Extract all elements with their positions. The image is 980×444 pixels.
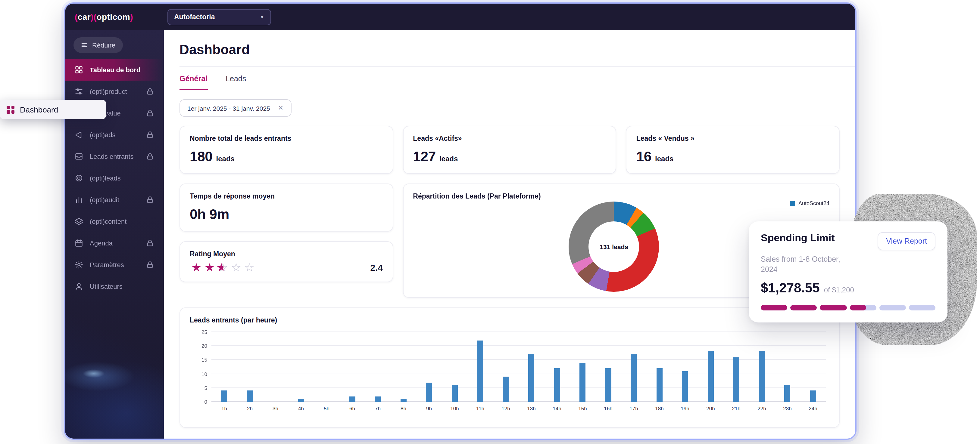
card-leads-vendus: Leads « Vendus » 16 leads xyxy=(626,126,840,174)
legend-item: AutoScout24 xyxy=(790,200,829,206)
lock-icon xyxy=(146,195,154,204)
left-column: Temps de réponse moyen 0h 9m Rating Moye… xyxy=(180,184,393,298)
sidebar-item-tableau-de-bord[interactable]: Tableau de bord xyxy=(65,59,164,81)
sidebar-item-label: (opti)leads xyxy=(90,174,121,182)
x-axis-label: 18h xyxy=(647,406,672,412)
sidebar-item-label: (opti)content xyxy=(90,218,126,225)
sidebar-item-leads-entrants[interactable]: Leads entrants xyxy=(65,146,164,167)
app-logo: (car)(opticom) xyxy=(75,12,164,22)
y-axis-tick: 5 xyxy=(205,385,207,391)
sidebar-item-utilisateurs[interactable]: Utilisateurs xyxy=(65,276,164,297)
sidebar-item-label: (opti)ads xyxy=(90,131,116,138)
bar-chart-title: Leads entrants (par heure) xyxy=(190,316,829,323)
view-report-button[interactable]: View Report xyxy=(878,232,935,250)
organization-select-value: Autofactoria xyxy=(174,13,215,21)
bars-row xyxy=(212,332,826,402)
sidebar-item-label: (opti)audit xyxy=(90,196,119,203)
car-image xyxy=(65,297,164,439)
bar xyxy=(503,377,509,402)
spending-limit-card: Spending Limit View Report Sales from 1-… xyxy=(749,221,948,322)
bar-slot xyxy=(493,332,519,402)
date-filter-chip[interactable]: 1er janv. 2025 - 31 janv. 2025 ✕ xyxy=(180,99,291,117)
bar xyxy=(221,391,228,402)
bar xyxy=(528,354,535,402)
tab-leads[interactable]: Leads xyxy=(226,75,246,90)
sidebar-item-label: Utilisateurs xyxy=(90,283,123,290)
stat-unit: leads xyxy=(216,155,235,163)
bar-slot xyxy=(749,332,775,402)
sidebar-item-agenda[interactable]: Agenda xyxy=(65,232,164,254)
progress-segment xyxy=(879,305,905,311)
logo-mark: ( xyxy=(75,12,78,22)
star-half-fill: ★ xyxy=(216,262,224,273)
sidebar-item-parametres[interactable]: Paramètres xyxy=(65,254,164,276)
sidebar-item-opti-content[interactable]: (opti)content xyxy=(65,211,164,232)
spending-subtitle: Sales from 1-8 October, 2024 xyxy=(761,254,856,275)
logo-mark: )( xyxy=(91,12,96,22)
x-axis-label: 22h xyxy=(749,406,775,412)
sidebar: Réduire Tableau de bord(opti)product(opt… xyxy=(65,30,164,439)
stat-value: 127 xyxy=(413,149,436,165)
bar xyxy=(554,368,560,402)
sidebar-item-opti-audit[interactable]: (opti)audit xyxy=(65,189,164,211)
collapse-sidebar-button[interactable]: Réduire xyxy=(73,37,123,53)
bar xyxy=(682,371,688,402)
organization-select[interactable]: Autofactoria ▼ xyxy=(167,9,271,25)
x-axis-label: 17h xyxy=(621,406,647,412)
sidebar-item-opti-product[interactable]: (opti)product xyxy=(65,81,164,102)
bar-slot xyxy=(621,332,647,402)
tabs: GénéralLeads xyxy=(180,67,855,90)
stat-value: 16 xyxy=(636,149,651,165)
chevron-down-icon: ▼ xyxy=(259,14,264,19)
bar-slot xyxy=(262,332,288,402)
grid-icon xyxy=(6,106,14,113)
topbar: (car)(opticom) Autofactoria ▼ xyxy=(65,3,855,30)
bar-chart-icon xyxy=(75,195,83,204)
sidebar-item-opti-leads[interactable]: (opti)leads xyxy=(65,167,164,189)
rating-value: 2.4 xyxy=(371,262,383,273)
remove-filter-icon[interactable]: ✕ xyxy=(278,104,283,112)
y-axis-tick: 10 xyxy=(202,371,207,377)
sidebar-item-label: Agenda xyxy=(90,239,113,247)
user-icon xyxy=(75,282,83,290)
stat-value: 180 xyxy=(190,149,213,165)
bar-slot xyxy=(698,332,724,402)
progress-segment xyxy=(820,305,846,311)
lock-icon xyxy=(146,152,154,161)
grid-icon xyxy=(75,66,83,74)
bar-slot xyxy=(544,332,570,402)
bar xyxy=(401,399,407,402)
card-leads-per-hour: Leads entrants (par heure) 0510152025 1h… xyxy=(180,308,840,428)
sidebar-item-label: Leads entrants xyxy=(90,153,134,160)
star-full-icon: ★ xyxy=(203,262,216,273)
stat-title: Temps de réponse moyen xyxy=(190,192,383,200)
x-axis-label: 2h xyxy=(237,406,262,412)
bar-slot xyxy=(519,332,544,402)
bar xyxy=(631,354,637,402)
progress-segment xyxy=(850,305,876,311)
bar-slot xyxy=(647,332,672,402)
collapse-label: Réduire xyxy=(92,41,115,49)
spending-amount: $1,278.55 xyxy=(761,281,820,296)
x-axis-label: 12h xyxy=(493,406,519,412)
stat-title: Leads «Actifs» xyxy=(413,135,606,142)
x-axis-label: 15h xyxy=(570,406,595,412)
star-rating: ★★☆★☆☆ xyxy=(190,262,256,273)
progress-segment xyxy=(909,305,935,311)
lock-icon xyxy=(146,109,154,117)
bar xyxy=(657,368,663,402)
star-half-icon: ☆★ xyxy=(216,262,229,273)
bar-slot xyxy=(416,332,442,402)
y-axis-tick: 20 xyxy=(202,343,207,349)
menu-icon xyxy=(81,41,88,49)
x-axis-label: 16h xyxy=(595,406,621,412)
bar-slot xyxy=(672,332,698,402)
sidebar-item-opti-ads[interactable]: (opti)ads xyxy=(65,124,164,146)
card-leads-actifs: Leads «Actifs» 127 leads xyxy=(402,126,616,174)
dashboard-tooltip[interactable]: Dashboard xyxy=(0,100,106,119)
x-axis-label: 23h xyxy=(775,406,800,412)
tab-general[interactable]: Général xyxy=(180,75,207,90)
cards-grid: Nombre total de leads entrants 180 leads… xyxy=(180,126,840,438)
bar xyxy=(247,391,253,402)
bar xyxy=(605,368,611,402)
